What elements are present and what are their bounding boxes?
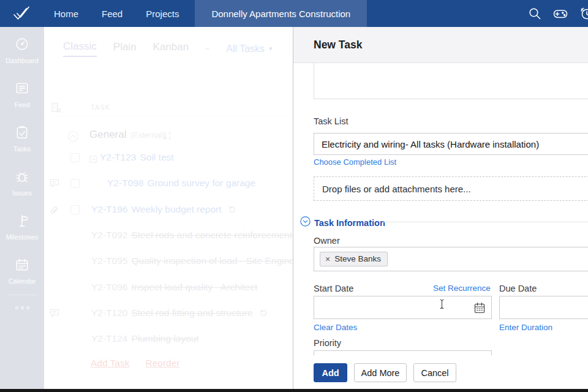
- modal-header: New Task: [293, 27, 588, 63]
- attachments-dropzone[interactable]: Drop files or add attachments here...: [314, 176, 588, 201]
- priority-label: Priority: [314, 338, 341, 348]
- clear-dates-link[interactable]: Clear Dates: [314, 323, 357, 332]
- modal-title: New Task: [314, 39, 362, 51]
- owner-chip-name: Steve Banks: [334, 254, 381, 263]
- chevron-down-circle-icon[interactable]: [300, 216, 311, 229]
- cancel-button[interactable]: Cancel: [413, 363, 456, 382]
- start-date-label: Start Date: [314, 284, 353, 293]
- section-title: Task Information: [314, 218, 385, 228]
- task-list-select[interactable]: Electricity and wiring- All tasks (Hardw…: [314, 133, 588, 155]
- bottom-bar: [0, 389, 588, 392]
- projects-logo-icon: [12, 6, 31, 22]
- nav-projects[interactable]: Projects: [146, 9, 179, 19]
- close-icon[interactable]: ×: [325, 255, 330, 263]
- owner-field[interactable]: × Steve Banks: [314, 247, 588, 271]
- calendar-icon[interactable]: [474, 302, 485, 316]
- due-date-label: Due Date: [499, 284, 537, 293]
- due-date-input[interactable]: [499, 296, 588, 319]
- choose-completed-list-link[interactable]: Choose Completed List: [314, 157, 396, 167]
- task-name-textarea[interactable]: [314, 63, 588, 99]
- topbar: Home Feed Projects Donnelly Apartments C…: [0, 0, 588, 27]
- set-recurrence-link[interactable]: Set Recurrence: [433, 284, 491, 293]
- add-more-button[interactable]: Add More: [354, 363, 407, 382]
- modal-footer: Add Add More Cancel: [293, 355, 588, 389]
- app-screen: Home Feed Projects Donnelly Apartments C…: [0, 0, 588, 392]
- timer-icon[interactable]: [579, 6, 588, 21]
- nav-feed[interactable]: Feed: [102, 9, 123, 19]
- add-button[interactable]: Add: [314, 363, 347, 382]
- search-icon[interactable]: [528, 7, 541, 20]
- enter-duration-link[interactable]: Enter Duration: [499, 323, 552, 332]
- owner-chip: × Steve Banks: [320, 252, 388, 266]
- text-cursor-icon: [439, 299, 445, 312]
- task-information-section: Task Information: [300, 216, 385, 229]
- new-task-panel: New Task Task List Electricity and wirin…: [293, 27, 588, 389]
- task-list-label: Task List: [314, 116, 348, 126]
- nav-home[interactable]: Home: [54, 9, 78, 19]
- dim-overlay: [0, 27, 293, 389]
- project-tab[interactable]: Donnelly Apartments Construction: [195, 0, 367, 27]
- start-date-input[interactable]: [314, 296, 492, 319]
- topbar-nav: Home Feed Projects: [54, 9, 179, 19]
- owner-label: Owner: [314, 236, 340, 246]
- games-icon[interactable]: [553, 7, 568, 20]
- topbar-icons: [528, 6, 588, 21]
- section-rule: [383, 222, 588, 222]
